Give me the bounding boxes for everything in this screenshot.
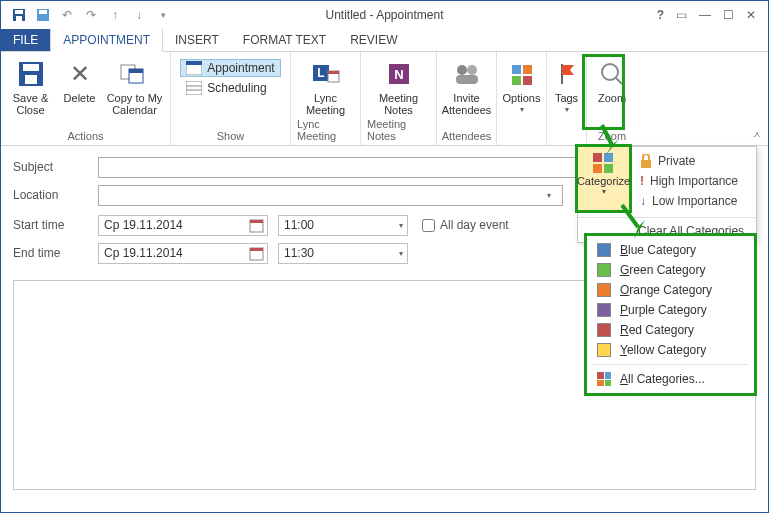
- chevron-down-icon[interactable]: ▾: [547, 191, 551, 200]
- scheduling-icon: [186, 81, 202, 95]
- maximize-icon[interactable]: ☐: [723, 8, 734, 22]
- group-actions: Save & Close ✕ Delete Copy to My Calenda…: [1, 52, 171, 145]
- invite-attendees-button[interactable]: Invite Attendees: [442, 56, 492, 116]
- svg-rect-7: [25, 75, 37, 84]
- end-time-label: End time: [13, 246, 98, 260]
- start-date-input[interactable]: Cp 19.11.2014: [98, 215, 268, 236]
- svg-rect-38: [593, 164, 602, 173]
- svg-point-30: [602, 64, 618, 80]
- location-label: Location: [13, 188, 98, 202]
- delete-button[interactable]: ✕ Delete: [60, 56, 100, 104]
- group-label-attendees: Attendees: [442, 130, 492, 143]
- zoom-button[interactable]: Zoom: [592, 56, 632, 104]
- group-label-zoom: Zoom: [598, 130, 626, 143]
- undo-icon[interactable]: ↶: [59, 7, 75, 23]
- subject-input[interactable]: [98, 157, 578, 178]
- meeting-notes-button[interactable]: N Meeting Notes: [369, 56, 429, 116]
- end-time-input[interactable]: 11:30 ▾: [278, 243, 408, 264]
- tab-file[interactable]: FILE: [1, 29, 50, 51]
- tab-appointment[interactable]: APPOINTMENT: [50, 28, 163, 52]
- chevron-down-icon: ▾: [602, 187, 606, 196]
- svg-rect-36: [593, 153, 602, 162]
- category-purple[interactable]: Purple Category: [587, 300, 754, 320]
- calendar-icon[interactable]: [249, 246, 264, 261]
- svg-rect-33: [250, 220, 263, 223]
- svg-rect-37: [604, 153, 613, 162]
- end-date-input[interactable]: Cp 19.11.2014: [98, 243, 268, 264]
- group-attendees: Invite Attendees Attendees: [437, 52, 497, 145]
- group-tags: Tags ▾: [547, 52, 587, 145]
- collapse-ribbon-icon[interactable]: ㅅ: [752, 128, 762, 142]
- save-as-icon[interactable]: [35, 7, 51, 23]
- save-icon[interactable]: [11, 7, 27, 23]
- svg-rect-24: [456, 75, 478, 84]
- svg-text:N: N: [394, 67, 403, 82]
- qat-more-icon[interactable]: ▾: [155, 7, 171, 23]
- group-lync: L Lync Meeting Lync Meeting: [291, 52, 361, 145]
- appointment-view-button[interactable]: Appointment: [180, 59, 280, 77]
- copy-to-calendar-button[interactable]: Copy to My Calendar: [104, 56, 166, 116]
- title-bar: ↶ ↷ ↑ ↓ ▾ Untitled - Appointment ? ▭ — ☐…: [1, 1, 768, 29]
- categorize-menu: Blue Category Green Category Orange Cate…: [584, 233, 757, 396]
- options-button[interactable]: Options ▾: [499, 56, 545, 116]
- svg-rect-28: [523, 76, 532, 85]
- redo-icon[interactable]: ↷: [83, 7, 99, 23]
- help-icon[interactable]: ?: [657, 8, 664, 22]
- svg-rect-2: [16, 16, 22, 21]
- lock-icon: [640, 154, 652, 168]
- svg-rect-35: [250, 248, 263, 251]
- group-label-actions: Actions: [67, 130, 103, 143]
- group-show: Appointment Scheduling Show: [171, 52, 291, 145]
- category-blue[interactable]: Blue Category: [587, 240, 754, 260]
- categorize-icon: [591, 151, 617, 175]
- svg-rect-12: [186, 61, 202, 65]
- options-icon: [506, 58, 538, 90]
- ribbon-options-icon[interactable]: ▭: [676, 8, 687, 22]
- next-icon[interactable]: ↓: [131, 7, 147, 23]
- ribbon: Save & Close ✕ Delete Copy to My Calenda…: [1, 52, 768, 146]
- window-controls: ? ▭ — ☐ ✕: [657, 8, 768, 22]
- tab-insert[interactable]: INSERT: [163, 29, 231, 51]
- private-button[interactable]: Private: [640, 151, 754, 171]
- svg-rect-26: [523, 65, 532, 74]
- all-day-checkbox[interactable]: All day event: [422, 218, 509, 232]
- categorize-button[interactable]: Categorize ▾: [575, 144, 632, 213]
- tab-review[interactable]: REVIEW: [338, 29, 409, 51]
- group-options: Options ▾: [497, 52, 547, 145]
- category-orange[interactable]: Orange Category: [587, 280, 754, 300]
- high-importance-button[interactable]: ! High Importance: [640, 171, 754, 191]
- group-label-lync: Lync Meeting: [297, 118, 354, 143]
- category-red[interactable]: Red Category: [587, 320, 754, 340]
- lync-meeting-button[interactable]: L Lync Meeting: [301, 56, 351, 116]
- calendar-icon[interactable]: [249, 218, 264, 233]
- svg-text:L: L: [317, 66, 324, 80]
- prev-icon[interactable]: ↑: [107, 7, 123, 23]
- minimize-icon[interactable]: —: [699, 8, 711, 22]
- flag-icon: [551, 58, 583, 90]
- svg-rect-39: [604, 164, 613, 173]
- attendees-icon: [451, 58, 483, 90]
- close-icon[interactable]: ✕: [746, 8, 756, 22]
- category-green[interactable]: Green Category: [587, 260, 754, 280]
- svg-rect-40: [641, 160, 651, 168]
- scheduling-button[interactable]: Scheduling: [180, 79, 280, 97]
- tags-dropdown-panel: Categorize ▾ Private ! High Importance ↓…: [577, 146, 757, 243]
- svg-rect-19: [328, 71, 339, 74]
- svg-rect-13: [186, 81, 202, 95]
- location-input[interactable]: [98, 185, 563, 206]
- chevron-down-icon[interactable]: ▾: [399, 249, 403, 258]
- all-categories-icon: [597, 372, 611, 386]
- svg-point-22: [457, 65, 467, 75]
- start-time-label: Start time: [13, 218, 98, 232]
- category-yellow[interactable]: Yellow Category: [587, 340, 754, 360]
- save-close-icon: [15, 58, 47, 90]
- group-label-show: Show: [217, 130, 245, 143]
- tab-format-text[interactable]: FORMAT TEXT: [231, 29, 338, 51]
- start-time-input[interactable]: 11:00 ▾: [278, 215, 408, 236]
- all-categories-button[interactable]: All Categories...: [587, 369, 754, 389]
- tags-button[interactable]: Tags ▾: [550, 56, 584, 116]
- low-importance-button[interactable]: ↓ Low Importance: [640, 191, 754, 211]
- save-close-button[interactable]: Save & Close: [6, 56, 56, 116]
- chevron-down-icon[interactable]: ▾: [399, 221, 403, 230]
- svg-rect-6: [23, 64, 39, 71]
